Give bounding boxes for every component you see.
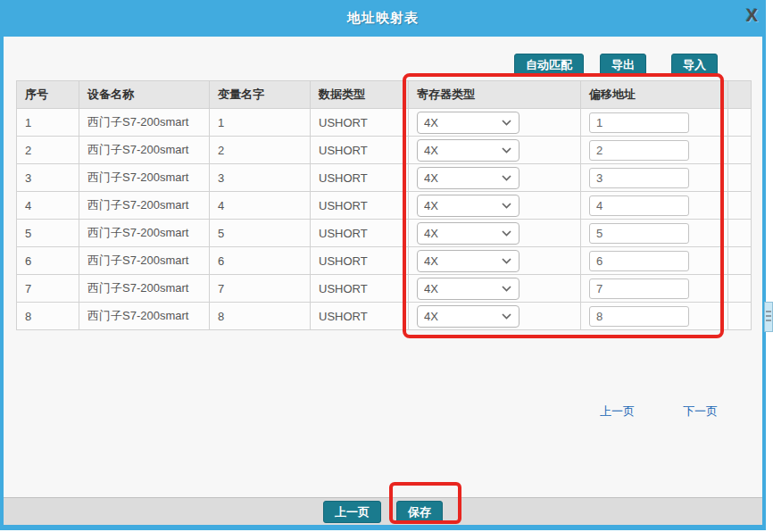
header-data-type: 数据类型 [311,81,409,109]
auto-match-button[interactable]: 自动匹配 [514,54,584,76]
cell-device-name: 西门子S7-200smart [79,192,210,220]
cell-index: 2 [17,137,79,164]
offset-address-input[interactable] [589,306,689,327]
footer-previous-page-button[interactable]: 上一页 [323,501,381,523]
cell-register-type: 4X [409,137,581,164]
dialog-title: 地址映射表 [347,10,419,27]
cell-data-type: USHORT [311,109,409,137]
cell-variable-name: 6 [210,247,311,275]
cell-index: 4 [17,192,79,220]
register-type-select[interactable]: 4X [417,112,519,134]
cell-register-type: 4X [409,247,581,275]
cell-index: 6 [17,247,79,275]
header-device-name: 设备名称 [79,81,210,109]
cell-offset-address [581,192,728,220]
register-type-select-wrap: 4X [417,250,519,272]
cell-offset-address [581,275,728,303]
header-offset-address: 偏移地址 [581,81,728,109]
cell-register-type: 4X [409,275,581,303]
cell-offset-address [581,247,728,275]
cell-data-type: USHORT [311,137,409,164]
register-type-select[interactable]: 4X [417,167,519,189]
cell-offset-address [581,164,728,192]
offset-address-input[interactable] [589,168,689,188]
export-button[interactable]: 导出 [600,54,646,76]
header-variable-name: 变量名字 [210,81,311,109]
cell-device-name: 西门子S7-200smart [79,109,210,137]
grip-lines-icon [766,311,771,323]
register-type-select-wrap: 4X [417,167,519,189]
cell-offset-address [581,303,728,330]
table-row: 6 西门子S7-200smart 6 USHORT 4X [17,247,752,275]
cell-empty [728,109,752,137]
cell-data-type: USHORT [311,192,409,220]
offset-address-input[interactable] [589,140,689,161]
cell-variable-name: 7 [210,275,311,303]
address-mapping-dialog: 地址映射表 X 自动匹配 导出 导入 序号 设备名称 变量 [0,0,766,530]
cell-empty [728,164,752,192]
cell-offset-address [581,137,728,164]
close-icon[interactable]: X [746,6,758,24]
register-type-select-wrap: 4X [417,112,519,134]
cell-register-type: 4X [409,303,581,330]
header-index: 序号 [17,81,79,109]
cell-device-name: 西门子S7-200smart [79,247,210,275]
cell-device-name: 西门子S7-200smart [79,220,210,247]
table-row: 8 西门子S7-200smart 8 USHORT 4X [17,303,752,330]
cell-offset-address [581,109,728,137]
cell-device-name: 西门子S7-200smart [79,275,210,303]
register-type-select[interactable]: 4X [417,305,519,328]
import-button[interactable]: 导入 [671,54,718,76]
offset-address-input[interactable] [589,223,689,244]
cell-index: 7 [17,275,79,303]
cell-index: 5 [17,220,79,247]
cell-empty [728,192,752,220]
cell-index: 8 [17,303,79,330]
register-type-select[interactable]: 4X [417,278,519,300]
register-type-select[interactable]: 4X [417,250,519,272]
cell-variable-name: 8 [210,303,311,330]
cell-register-type: 4X [409,220,581,247]
table-row: 2 西门子S7-200smart 2 USHORT 4X [17,137,752,164]
table-header-row: 序号 设备名称 变量名字 数据类型 寄存器类型 偏移地址 [17,81,752,109]
header-empty [728,81,752,109]
cell-variable-name: 1 [210,109,311,137]
offset-address-input[interactable] [589,278,689,299]
register-type-select-wrap: 4X [417,195,519,217]
cell-offset-address [581,220,728,247]
offset-address-input[interactable] [589,251,689,271]
register-type-select-wrap: 4X [417,222,519,245]
cell-variable-name: 3 [210,164,311,192]
register-type-select-wrap: 4X [417,278,519,300]
cell-device-name: 西门子S7-200smart [79,164,210,192]
cell-data-type: USHORT [311,220,409,247]
register-type-select[interactable]: 4X [417,222,519,245]
table-row: 1 西门子S7-200smart 1 USHORT 4X [17,109,752,137]
save-button[interactable]: 保存 [396,501,443,523]
cell-device-name: 西门子S7-200smart [79,137,210,164]
register-type-select[interactable]: 4X [417,195,519,217]
offset-address-input[interactable] [589,195,689,216]
next-page-link[interactable]: 下一页 [683,403,718,420]
cell-empty [728,137,752,164]
previous-page-link[interactable]: 上一页 [600,403,635,420]
cell-empty [728,220,752,247]
floating-widget-partial[interactable] [764,302,773,332]
cell-register-type: 4X [409,192,581,220]
toolbar: 自动匹配 导出 导入 [4,54,718,75]
cell-empty [728,275,752,303]
register-type-select[interactable]: 4X [417,139,519,162]
cell-variable-name: 2 [210,137,311,164]
cell-data-type: USHORT [311,303,409,330]
cell-variable-name: 5 [210,220,311,247]
address-mapping-table: 序号 设备名称 变量名字 数据类型 寄存器类型 偏移地址 1 西门子S7-200… [16,80,752,330]
cell-empty [728,303,752,330]
dialog-titlebar: 地址映射表 X [0,0,766,37]
dialog-content: 自动匹配 导出 导入 序号 设备名称 变量名字 数据类型 寄存器类型 [4,37,762,497]
offset-address-input[interactable] [589,112,689,133]
register-type-select-wrap: 4X [417,139,519,162]
cell-empty [728,247,752,275]
cell-data-type: USHORT [311,164,409,192]
table-row: 7 西门子S7-200smart 7 USHORT 4X [17,275,752,303]
cell-register-type: 4X [409,109,581,137]
